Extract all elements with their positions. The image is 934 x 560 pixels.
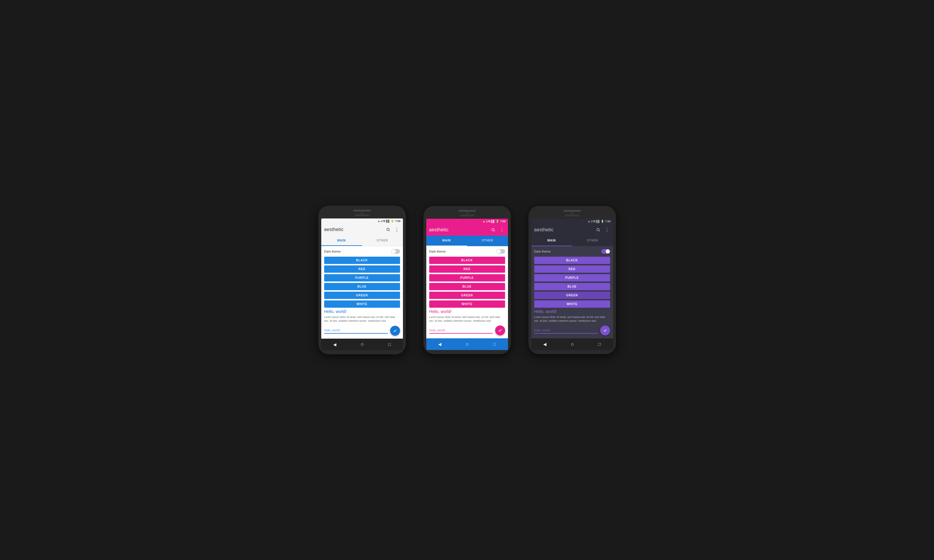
text-input-3[interactable] (534, 328, 598, 334)
btn-red-3[interactable]: RED (534, 265, 610, 273)
phone-3: ▲ LTE ▌▌ 🔋 7:00 aesthetic ⋮ MAIN OTHER D… (529, 206, 616, 354)
nav-bar-3: ◀ ○ □ (531, 338, 613, 350)
phone-camera-2 (465, 212, 469, 215)
btn-purple-2[interactable]: PURPLE (429, 274, 505, 282)
status-bar-3: ▲ LTE ▌▌ 🔋 7:00 (531, 219, 613, 224)
content-area-1: Dark theme BLACK RED PURPLE BLUE GREEN W… (321, 246, 403, 338)
dark-theme-row-2: Dark theme (429, 249, 505, 254)
toggle-knob-3 (606, 249, 610, 254)
btn-blue-2[interactable]: BLUE (429, 283, 505, 290)
svg-point-4 (597, 228, 599, 231)
phone-2: ▲ LTE ▌▌ 🔋 7:00 aesthetic ⋮ MAIN OTHER D… (423, 206, 511, 354)
nav-bar-2: ◀ ○ □ (426, 338, 508, 350)
btn-white-1[interactable]: WHITE (324, 300, 400, 308)
btn-black-3[interactable]: BLACK (534, 257, 610, 264)
svg-line-1 (388, 231, 390, 231)
app-title-2: aesthetic (429, 227, 487, 232)
tabs-bar-3: MAIN OTHER (531, 236, 613, 246)
btn-black-2[interactable]: BLACK (429, 257, 505, 264)
time-1: 7:00 (395, 220, 400, 223)
btn-red-2[interactable]: RED (429, 265, 505, 273)
status-bar-1: ▲ LTE ▌▌ 🔋 7:00 (321, 218, 403, 224)
btn-green-2[interactable]: GREEN (429, 292, 505, 299)
toggle-knob-1 (391, 249, 396, 254)
search-icon-2[interactable] (490, 227, 496, 233)
phone-1: ▲ LTE ▌▌ 🔋 7:00 aesthetic ⋮ MAIN OTHER D… (318, 206, 406, 354)
input-row-2 (429, 326, 505, 335)
time-3: 7:00 (605, 220, 610, 223)
dark-theme-label-1: Dark theme (324, 250, 341, 253)
phone-screen-3: ▲ LTE ▌▌ 🔋 7:00 aesthetic ⋮ MAIN OTHER D… (531, 219, 613, 350)
nav-home-2[interactable]: ○ (466, 341, 469, 348)
app-bar-1: aesthetic ⋮ (321, 224, 403, 235)
app-bar-3: aesthetic ⋮ (531, 224, 613, 236)
btn-green-1[interactable]: GREEN (324, 292, 400, 299)
phone-screen-2: ▲ LTE ▌▌ 🔋 7:00 aesthetic ⋮ MAIN OTHER D… (426, 219, 508, 350)
status-bar-2: ▲ LTE ▌▌ 🔋 7:00 (426, 219, 508, 224)
time-2: 7:00 (500, 220, 506, 223)
dark-theme-row-1: Dark theme (324, 249, 400, 254)
dark-theme-label-2: Dark theme (429, 250, 446, 253)
tabs-bar-2: MAIN OTHER (426, 236, 508, 246)
nav-recent-2[interactable]: □ (493, 342, 495, 346)
tab-main-3[interactable]: MAIN (531, 236, 572, 246)
fab-2[interactable] (495, 326, 505, 335)
input-row-1 (324, 326, 400, 336)
app-bar-2: aesthetic ⋮ (426, 224, 508, 236)
btn-blue-1[interactable]: BLUE (324, 283, 400, 290)
btn-green-3[interactable]: GREEN (534, 292, 610, 299)
text-input-1[interactable] (324, 328, 388, 334)
dark-theme-row-3: Dark theme (534, 249, 610, 254)
tab-other-3[interactable]: OTHER (572, 236, 613, 246)
hello-body-3: Lorem ipsum dolor sit amet, sed massa wi… (534, 315, 610, 323)
nav-recent-1[interactable]: □ (388, 342, 390, 347)
search-icon-3[interactable] (595, 227, 601, 233)
nav-back-3[interactable]: ◀ (543, 342, 547, 346)
hello-body-2: Lorem ipsum dolor sit amet, sed massa wi… (429, 315, 505, 323)
nav-recent-3[interactable]: □ (598, 342, 601, 346)
more-icon-2[interactable]: ⋮ (499, 227, 505, 233)
dark-theme-toggle-3[interactable] (601, 249, 610, 254)
nav-back-2[interactable]: ◀ (438, 342, 441, 346)
svg-point-2 (492, 228, 494, 231)
input-row-3 (534, 326, 610, 335)
signal-icons-2: ▲ LTE ▌▌ 🔋 (482, 220, 499, 223)
nav-bar-1: ◀ ○ □ (321, 338, 403, 350)
text-input-2[interactable] (429, 328, 493, 334)
btn-blue-3[interactable]: BLUE (534, 283, 610, 290)
app-title-1: aesthetic (324, 227, 382, 232)
hello-body-1: Lorem ipsum dolor sit amet, sed massa wi… (324, 315, 400, 323)
content-area-3: Dark theme BLACK RED PURPLE BLUE GREEN W… (531, 246, 613, 338)
fab-1[interactable] (390, 326, 400, 336)
nav-home-1[interactable]: ○ (361, 341, 364, 348)
btn-red-1[interactable]: RED (324, 265, 400, 273)
search-icon-1[interactable] (385, 226, 391, 233)
hello-title-3: Hello, world! (534, 309, 610, 314)
content-area-2: Dark theme BLACK RED PURPLE BLUE GREEN W… (426, 246, 508, 338)
phone-camera-1 (361, 211, 364, 215)
svg-point-0 (387, 228, 389, 231)
btn-purple-3[interactable]: PURPLE (534, 274, 610, 282)
phone-camera-3 (570, 212, 574, 215)
more-icon-1[interactable]: ⋮ (394, 226, 400, 233)
hello-title-2: Hello, world! (429, 309, 505, 314)
tabs-bar-1: MAIN OTHER (321, 235, 403, 246)
app-title-3: aesthetic (534, 227, 593, 232)
svg-line-5 (599, 231, 600, 232)
phone-screen-1: ▲ LTE ▌▌ 🔋 7:00 aesthetic ⋮ MAIN OTHER D… (321, 218, 403, 350)
btn-white-3[interactable]: WHITE (534, 300, 610, 308)
dark-theme-toggle-2[interactable] (496, 249, 505, 254)
btn-purple-1[interactable]: PURPLE (324, 274, 400, 282)
nav-back-1[interactable]: ◀ (333, 342, 336, 347)
tab-main-1[interactable]: MAIN (321, 235, 362, 246)
tab-other-1[interactable]: OTHER (362, 235, 403, 246)
fab-3[interactable] (600, 326, 610, 335)
signal-icons-3: ▲ LTE ▌▌ 🔋 (588, 220, 604, 223)
btn-black-1[interactable]: BLACK (324, 257, 400, 264)
nav-home-3[interactable]: ○ (571, 341, 574, 348)
tab-other-2[interactable]: OTHER (467, 236, 508, 246)
more-icon-3[interactable]: ⋮ (604, 227, 610, 233)
dark-theme-toggle-1[interactable] (391, 249, 400, 254)
btn-white-2[interactable]: WHITE (429, 300, 505, 308)
tab-main-2[interactable]: MAIN (426, 236, 467, 246)
